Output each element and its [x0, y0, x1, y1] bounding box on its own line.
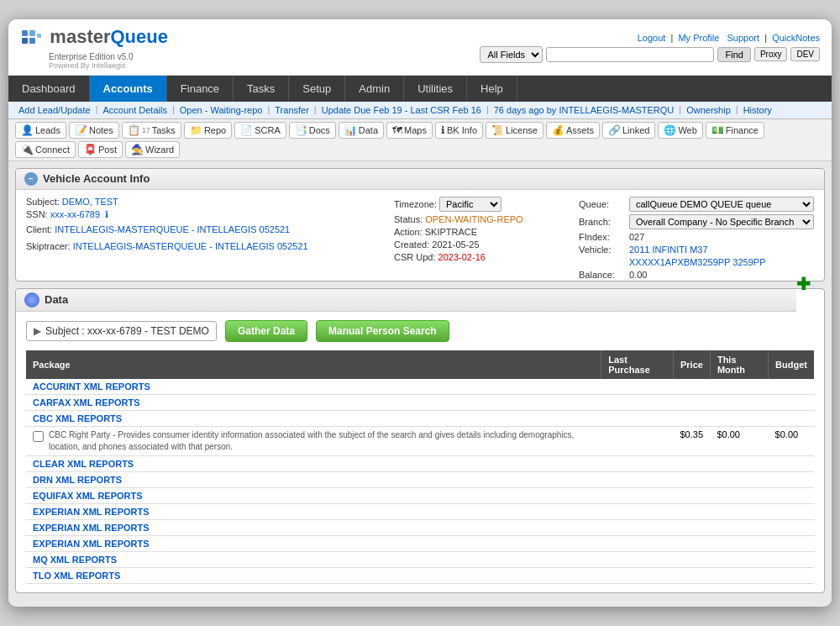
sub-nav-add-lead[interactable]: Add Lead/Update [15, 104, 94, 116]
dev-button[interactable]: DEV [790, 47, 820, 61]
nav-help[interactable]: Help [467, 76, 517, 102]
vehicle-vin-link[interactable]: XXXXX1APXBM3259PP 3259PP [629, 257, 765, 267]
ssn-info-icon[interactable]: ℹ [105, 209, 108, 219]
package-link[interactable]: CARFAX XML REPORTS [33, 397, 140, 408]
finance-icon: 💵 [711, 124, 724, 136]
tool-wizard[interactable]: 🧙 Wizard [125, 141, 180, 158]
sub-nav-ownership[interactable]: Ownership [683, 104, 734, 116]
nav-utilities[interactable]: Utilities [404, 76, 467, 102]
subject-field: ▶ Subject : xxx-xx-6789 - TEST DEMO [26, 321, 217, 341]
tool-finance[interactable]: 💵 Finance [706, 122, 764, 139]
tool-tasks[interactable]: 📋 17Tasks [122, 122, 181, 139]
client-link[interactable]: INTELLAEGIS-MASTERQUEUE - INTELLAEGIS 05… [55, 224, 290, 234]
table-body: ACCURINT XML REPORTS CARFAX XML REPORTS … [26, 379, 814, 584]
quick-notes-link[interactable]: QuickNotes [772, 33, 820, 43]
tool-bk-info[interactable]: ℹ BK Info [435, 122, 483, 139]
action-value: SKIPTRACE [425, 227, 477, 237]
client-row: Client: INTELLAEGIS-MASTERQUEUE - INTELL… [26, 224, 377, 234]
find-button[interactable]: Find [717, 47, 750, 62]
package-link[interactable]: DRN XML REPORTS [33, 475, 122, 485]
package-link[interactable]: EQUIFAX XML REPORTS [33, 491, 143, 501]
tool-linked[interactable]: 🔗 Linked [602, 122, 655, 139]
proxy-button[interactable]: Proxy [754, 47, 788, 61]
logout-link[interactable]: Logout [638, 33, 666, 43]
notes-icon: 📝 [75, 124, 87, 136]
package-link[interactable]: CBC XML REPORTS [33, 413, 122, 423]
tool-data[interactable]: 📊 Data [339, 122, 384, 139]
search-input[interactable] [546, 47, 714, 62]
package-link[interactable]: CLEAR XML REPORTS [33, 459, 134, 469]
findex-label: FIndex: [579, 232, 629, 242]
created-row: Created: 2021-05-25 [394, 239, 562, 250]
account-mid-col: Timezone: Pacific Mountain Central Easte… [394, 197, 562, 282]
sub-nav-transfer[interactable]: Transfer [271, 104, 312, 116]
collapse-button[interactable]: − [24, 172, 38, 186]
status-row: Status: OPEN-WAITING-REPO [394, 214, 562, 224]
my-profile-link[interactable]: My Profile [678, 33, 719, 43]
tool-license[interactable]: 📜 License [486, 122, 543, 139]
table-row: TLO XML REPORTS [26, 567, 814, 583]
web-icon: 🌐 [664, 124, 676, 136]
sub-nav-76days[interactable]: 76 days ago by INTELLAEGIS-MASTERQU [491, 104, 678, 116]
nav-dashboard[interactable]: Dashboard [8, 76, 90, 102]
vehicle-link[interactable]: 2011 INFINITI M37 [629, 245, 708, 255]
ssn-link[interactable]: xxx-xx-6789 [50, 209, 100, 219]
tool-repo[interactable]: 📁 Repo [184, 122, 232, 139]
search-field-select[interactable]: All Fields [480, 46, 543, 63]
subject-link[interactable]: DEMO, TEST [62, 197, 118, 207]
data-section: Data ▶ Subject : xxx-xx-6789 - TEST DEMO… [15, 288, 825, 593]
nav-tasks[interactable]: Tasks [234, 76, 289, 102]
vehicle-account-section: − Vehicle Account Info Subject: DEMO, TE… [15, 168, 825, 281]
svg-rect-1 [29, 30, 35, 36]
maps-icon: 🗺 [392, 124, 402, 136]
tool-leads[interactable]: 👤 Leads [15, 122, 66, 139]
sub-nav-open-waiting[interactable]: Open - Waiting-repo [176, 104, 266, 116]
group-header-cell: CLEAR XML REPORTS [26, 455, 814, 471]
data-section-icon [24, 292, 39, 308]
nav-setup[interactable]: Setup [289, 76, 345, 102]
table-row: EQUIFAX XML REPORTS [26, 487, 814, 503]
post-icon: 📮 [84, 144, 97, 155]
nav-finance[interactable]: Finance [167, 76, 234, 102]
tool-scra[interactable]: 📄 SCRA [234, 122, 286, 139]
package-link[interactable]: EXPERIAN XML REPORTS [33, 507, 150, 517]
vehicle-section-title: Vehicle Account Info [43, 172, 150, 185]
group-header-cell: DRN XML REPORTS [26, 471, 814, 487]
tool-notes[interactable]: 📝 Notes [69, 122, 119, 139]
package-link[interactable]: EXPERIAN XML REPORTS [33, 539, 150, 549]
price-cell: $0.35 [674, 426, 711, 455]
tool-post[interactable]: 📮 Post [78, 141, 123, 158]
findex-value: 027 [629, 232, 644, 242]
table-row: EXPERIAN XML REPORTS [26, 519, 814, 535]
last-purchase-cell [601, 426, 674, 455]
manual-person-search-button[interactable]: Manual Person Search [316, 320, 449, 342]
package-link[interactable]: ACCURINT XML REPORTS [33, 381, 150, 392]
tool-connect[interactable]: 🔌 Connect [15, 141, 76, 158]
sub-nav-update-due[interactable]: Update Due Feb 19 - Last CSR Feb 16 [318, 104, 485, 116]
branch-select[interactable]: Overall Company - No Specific Branch [629, 214, 814, 229]
data-section-header: Data [16, 289, 796, 312]
queue-row: Queue: callQueue DEMO QUEUE queue [579, 197, 814, 212]
tool-assets[interactable]: 💰 Assets [546, 122, 600, 139]
gather-data-button[interactable]: Gather Data [225, 320, 307, 342]
queue-select[interactable]: callQueue DEMO QUEUE queue [629, 197, 814, 212]
support-link[interactable]: Support [727, 33, 760, 43]
nav-accounts[interactable]: Accounts [90, 76, 167, 102]
svg-rect-3 [29, 38, 35, 44]
sub-nav-history[interactable]: History [740, 104, 775, 116]
sub-nav-account-details[interactable]: Account Details [100, 104, 171, 116]
tool-docs[interactable]: 📑 Docs [289, 122, 336, 139]
package-link[interactable]: TLO XML REPORTS [33, 571, 120, 581]
timezone-select[interactable]: Pacific Mountain Central Eastern [439, 197, 501, 212]
nav-admin[interactable]: Admin [345, 76, 404, 102]
skiptracer-link[interactable]: INTELLAEGIS-MASTERQUEUE - INTELLAEGIS 05… [73, 241, 308, 251]
package-checkbox[interactable] [33, 431, 44, 442]
tool-maps[interactable]: 🗺 Maps [386, 122, 433, 139]
package-link[interactable]: MQ XML REPORTS [33, 555, 117, 565]
budget-cell: $0.00 [769, 426, 814, 455]
package-link[interactable]: EXPERIAN XML REPORTS [33, 523, 150, 533]
created-label: Created: [394, 239, 429, 250]
data-section-body: ▶ Subject : xxx-xx-6789 - TEST DEMO Gath… [16, 312, 824, 592]
subject-text: Subject : xxx-xx-6789 - TEST DEMO [45, 325, 209, 337]
tool-web[interactable]: 🌐 Web [658, 122, 702, 139]
